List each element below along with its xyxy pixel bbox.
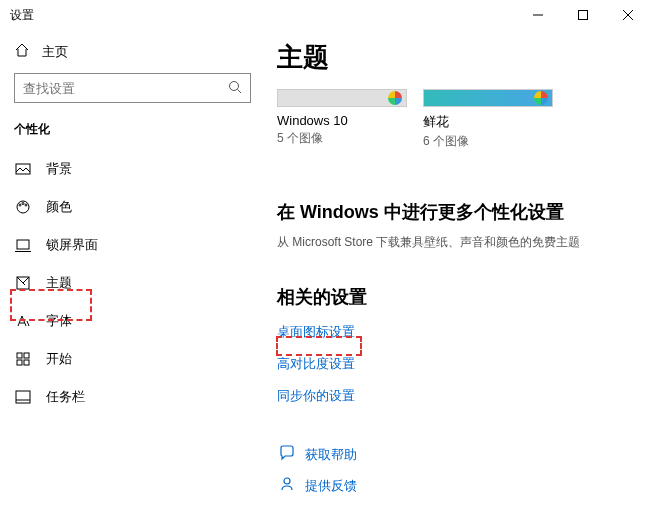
feedback-icon	[279, 476, 295, 495]
link-sync-settings[interactable]: 同步你的设置	[277, 387, 632, 405]
sidebar-item-label: 背景	[46, 160, 72, 178]
theme-card[interactable]: 鲜花 6 个图像	[423, 89, 553, 150]
svg-line-5	[238, 89, 242, 93]
titlebar: 设置	[0, 0, 650, 30]
start-icon	[14, 351, 32, 367]
link-high-contrast[interactable]: 高对比度设置	[277, 355, 632, 373]
svg-rect-17	[24, 360, 29, 365]
theme-list: Windows 10 5 个图像 鲜花 6 个图像	[277, 89, 632, 150]
page-title: 主题	[277, 40, 632, 75]
theme-card[interactable]: Windows 10 5 个图像	[277, 89, 407, 150]
palette-badge-icon	[388, 91, 402, 105]
more-title: 在 Windows 中进行更多个性化设置	[277, 200, 632, 224]
help-label: 获取帮助	[305, 446, 357, 464]
svg-point-20	[284, 478, 290, 484]
feedback-label: 提供反馈	[305, 477, 357, 495]
window-controls	[515, 0, 650, 30]
theme-count: 6 个图像	[423, 133, 553, 150]
svg-rect-6	[16, 164, 30, 174]
svg-rect-14	[17, 353, 22, 358]
svg-point-8	[19, 204, 21, 206]
svg-point-4	[230, 81, 239, 90]
minimize-button[interactable]	[515, 0, 560, 30]
palette-icon	[14, 199, 32, 215]
section-title: 个性化	[0, 117, 265, 150]
svg-rect-18	[16, 391, 30, 403]
sidebar-item-themes[interactable]: 主题	[0, 264, 265, 302]
svg-point-9	[22, 203, 24, 205]
lockscreen-icon	[14, 237, 32, 253]
link-desktop-icons[interactable]: 桌面图标设置	[277, 323, 632, 341]
sidebar-item-label: 开始	[46, 350, 72, 368]
svg-rect-1	[578, 11, 587, 20]
theme-name: 鲜花	[423, 113, 553, 131]
theme-thumb	[423, 89, 553, 107]
svg-rect-11	[17, 240, 29, 249]
sidebar-item-label: 任务栏	[46, 388, 85, 406]
home-icon	[14, 42, 30, 61]
close-button[interactable]	[605, 0, 650, 30]
picture-icon	[14, 161, 32, 177]
help-link[interactable]: 获取帮助	[277, 445, 632, 464]
sidebar-item-start[interactable]: 开始	[0, 340, 265, 378]
sidebar-item-label: 锁屏界面	[46, 236, 98, 254]
font-icon	[14, 313, 32, 329]
sidebar-item-label: 主题	[46, 274, 72, 292]
home-link[interactable]: 主页	[0, 36, 265, 67]
theme-name: Windows 10	[277, 113, 407, 128]
sidebar-item-label: 字体	[46, 312, 72, 330]
sidebar: 主页 个性化 背景 颜色 锁屏界面 主题 字体	[0, 30, 265, 513]
search-icon	[228, 80, 242, 97]
sidebar-item-colors[interactable]: 颜色	[0, 188, 265, 226]
sidebar-item-fonts[interactable]: 字体	[0, 302, 265, 340]
search-box[interactable]	[14, 73, 251, 103]
sidebar-item-background[interactable]: 背景	[0, 150, 265, 188]
window-title: 设置	[10, 7, 34, 24]
theme-icon	[14, 275, 32, 291]
svg-point-10	[25, 204, 27, 206]
home-label: 主页	[42, 43, 68, 61]
theme-count: 5 个图像	[277, 130, 407, 147]
svg-rect-15	[24, 353, 29, 358]
taskbar-icon	[14, 389, 32, 405]
sidebar-item-lockscreen[interactable]: 锁屏界面	[0, 226, 265, 264]
sidebar-item-taskbar[interactable]: 任务栏	[0, 378, 265, 416]
search-input[interactable]	[23, 81, 228, 96]
maximize-button[interactable]	[560, 0, 605, 30]
content: 主题 Windows 10 5 个图像 鲜花 6 个图像 在 Windows 中…	[265, 30, 650, 513]
sidebar-item-label: 颜色	[46, 198, 72, 216]
theme-thumb	[277, 89, 407, 107]
related-title: 相关的设置	[277, 285, 632, 309]
help-icon	[279, 445, 295, 464]
svg-rect-16	[17, 360, 22, 365]
palette-badge-icon	[534, 91, 548, 105]
more-subtitle: 从 Microsoft Store 下载兼具壁纸、声音和颜色的免费主题	[277, 234, 632, 251]
feedback-link[interactable]: 提供反馈	[277, 476, 632, 495]
